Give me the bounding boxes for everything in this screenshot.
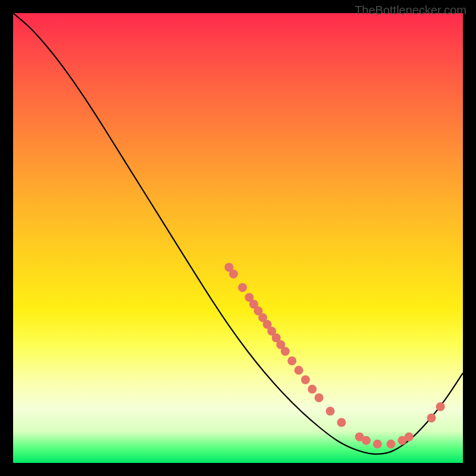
data-marker: [238, 283, 247, 292]
data-marker: [287, 356, 296, 365]
data-marker: [362, 436, 371, 445]
data-marker: [281, 347, 290, 356]
data-markers: [224, 263, 444, 449]
data-marker: [301, 375, 310, 384]
data-marker: [308, 385, 317, 394]
watermark-text: TheBottlenecker.com: [355, 4, 466, 17]
bottleneck-curve: [13, 13, 463, 454]
data-marker: [373, 440, 382, 449]
data-marker: [387, 440, 396, 449]
data-marker: [295, 366, 303, 375]
chart-plot: [13, 13, 463, 463]
data-marker: [427, 414, 436, 422]
data-marker: [405, 433, 414, 441]
data-marker: [315, 393, 324, 402]
data-marker: [337, 418, 346, 427]
chart-svg: [13, 13, 463, 463]
data-marker: [229, 270, 238, 278]
data-marker: [325, 407, 334, 416]
data-marker: [436, 402, 445, 411]
